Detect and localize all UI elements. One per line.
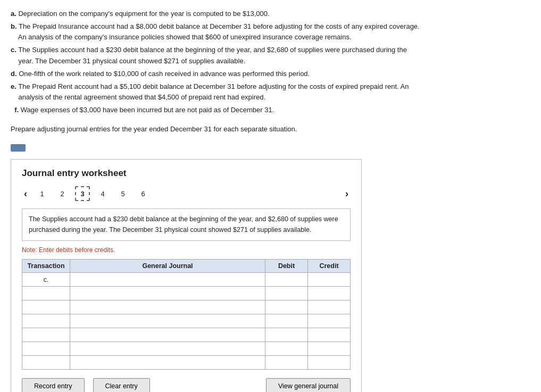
debit-cell-4[interactable] — [265, 314, 308, 328]
tab-6[interactable]: 6 — [136, 186, 151, 201]
prepare-text: Prepare adjusting journal entries for th… — [11, 125, 530, 133]
worksheet-container: Journal entry worksheet ‹ 1 2 3 4 5 6 › … — [11, 159, 362, 392]
general-journal-input-7[interactable] — [70, 356, 265, 369]
view-general-journal-button[interactable]: View general journal — [266, 378, 351, 392]
tab-3[interactable]: 3 — [75, 186, 90, 201]
credit-input-5[interactable] — [308, 328, 350, 341]
general-journal-input-3[interactable] — [70, 301, 265, 314]
debit-cell-3[interactable] — [265, 301, 308, 314]
credit-cell-4[interactable] — [308, 314, 351, 328]
general-journal-input-4[interactable] — [70, 314, 265, 328]
credit-cell-7[interactable] — [308, 356, 351, 370]
view-transaction-button[interactable] — [11, 144, 26, 152]
general-journal-input-1[interactable] — [70, 273, 265, 286]
credit-cell-2[interactable] — [308, 287, 351, 301]
debit-input-4[interactable] — [265, 314, 307, 328]
debit-input-1[interactable] — [265, 273, 307, 286]
general-journal-cell-7[interactable] — [70, 356, 265, 370]
general-journal-cell-3[interactable] — [70, 301, 265, 314]
transaction-label-7 — [22, 356, 70, 370]
general-journal-cell-2[interactable] — [70, 287, 265, 301]
debit-cell-6[interactable] — [265, 342, 308, 356]
table-row — [22, 287, 351, 301]
debit-cell-2[interactable] — [265, 287, 308, 301]
credit-input-6[interactable] — [308, 342, 350, 355]
prev-tab-arrow[interactable]: ‹ — [22, 187, 29, 201]
general-journal-input-2[interactable] — [70, 287, 265, 300]
general-journal-cell-1[interactable] — [70, 273, 265, 287]
general-journal-input-6[interactable] — [70, 342, 265, 355]
transaction-label-6 — [22, 342, 70, 356]
tab-5[interactable]: 5 — [115, 186, 130, 201]
credit-input-4[interactable] — [308, 314, 350, 328]
debit-input-7[interactable] — [265, 356, 307, 369]
tab-1[interactable]: 1 — [35, 186, 49, 201]
general-journal-cell-5[interactable] — [70, 328, 265, 342]
credit-cell-6[interactable] — [308, 342, 351, 356]
problem-text: a. Depreciation on the company's equipme… — [11, 9, 530, 115]
tab-4[interactable]: 4 — [95, 186, 110, 201]
transaction-description: The Supplies account had a $230 debit ba… — [22, 208, 351, 241]
table-row: c. — [22, 273, 351, 287]
transaction-label-3 — [22, 301, 70, 314]
journal-table: Transaction General Journal Debit Credit… — [22, 259, 351, 370]
col-header-general-journal: General Journal — [70, 260, 265, 273]
credit-cell-1[interactable] — [308, 273, 351, 287]
debit-input-2[interactable] — [265, 287, 307, 300]
note-text: Note: Enter debits before credits. — [22, 246, 351, 254]
col-header-credit: Credit — [308, 260, 351, 273]
debit-cell-5[interactable] — [265, 328, 308, 342]
table-row — [22, 314, 351, 328]
credit-cell-5[interactable] — [308, 328, 351, 342]
general-journal-cell-6[interactable] — [70, 342, 265, 356]
tab-2[interactable]: 2 — [55, 186, 70, 201]
next-tab-arrow[interactable]: › — [343, 187, 351, 201]
worksheet-title: Journal entry worksheet — [22, 168, 351, 179]
col-header-transaction: Transaction — [22, 260, 70, 273]
table-row — [22, 301, 351, 314]
credit-input-7[interactable] — [308, 356, 350, 369]
general-journal-input-5[interactable] — [70, 328, 265, 341]
credit-input-3[interactable] — [308, 301, 350, 314]
clear-entry-button[interactable]: Clear entry — [93, 378, 150, 392]
general-journal-cell-4[interactable] — [70, 314, 265, 328]
credit-input-1[interactable] — [308, 273, 350, 286]
debit-input-5[interactable] — [265, 328, 307, 341]
table-row — [22, 342, 351, 356]
col-header-debit: Debit — [265, 260, 308, 273]
table-row — [22, 356, 351, 370]
tab-navigation: ‹ 1 2 3 4 5 6 › — [22, 186, 351, 201]
debit-input-3[interactable] — [265, 301, 307, 314]
debit-cell-1[interactable] — [265, 273, 308, 287]
debit-cell-7[interactable] — [265, 356, 308, 370]
table-row — [22, 328, 351, 342]
debit-input-6[interactable] — [265, 342, 307, 355]
credit-input-2[interactable] — [308, 287, 350, 300]
transaction-label-2 — [22, 287, 70, 301]
transaction-label-1: c. — [22, 273, 70, 287]
record-entry-button[interactable]: Record entry — [22, 378, 85, 392]
transaction-label-4 — [22, 314, 70, 328]
credit-cell-3[interactable] — [308, 301, 351, 314]
transaction-label-5 — [22, 328, 70, 342]
bottom-buttons: Record entry Clear entry View general jo… — [22, 378, 351, 392]
